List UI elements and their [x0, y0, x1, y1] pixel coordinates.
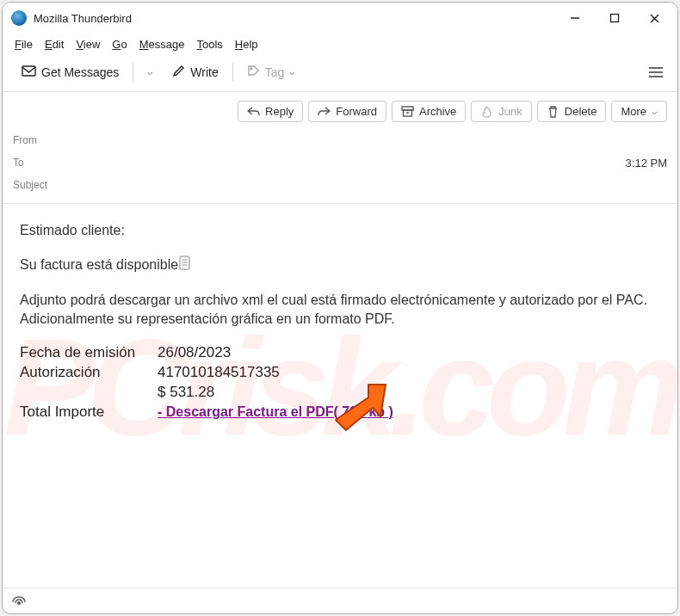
toolbar: Get Messages ⌵ Write Tag ⌵ [3, 54, 677, 92]
svg-rect-4 [22, 66, 35, 76]
svg-rect-1 [611, 15, 619, 22]
minimize-button[interactable] [555, 4, 595, 32]
tag-icon [247, 65, 260, 80]
reply-icon [247, 105, 260, 118]
separator [232, 63, 233, 82]
fecha-value: 26/08/2023 [158, 343, 231, 363]
app-window: Mozilla Thunderbird File Edit View Go Me… [2, 2, 678, 614]
junk-button[interactable]: Junk [471, 101, 531, 122]
svg-point-17 [18, 602, 21, 605]
header-subject-row: Subject [13, 174, 667, 196]
total-label: Total Importe [20, 403, 158, 422]
close-button[interactable] [634, 4, 674, 32]
menu-help[interactable]: Help [230, 36, 263, 52]
thunderbird-icon [11, 10, 27, 26]
auth-label: Autorización [20, 363, 158, 383]
pencil-icon [172, 65, 185, 80]
body-paragraph: Adjunto podrá descargar un archivo xml e… [20, 291, 660, 328]
chevron-down-icon: ⌵ [652, 106, 658, 117]
maximize-button[interactable] [595, 4, 634, 32]
forward-icon [318, 105, 331, 118]
menubar: File Edit View Go Message Tools Help [3, 34, 677, 54]
message-time: 3:12 PM [626, 157, 667, 169]
delete-button[interactable]: Delete [537, 101, 607, 122]
chevron-down-icon: ⌵ [289, 66, 295, 77]
row-fecha: Fecha de emisión 26/08/2023 [20, 343, 660, 363]
row-amount: $ 531.28 [20, 383, 660, 403]
message-headers: From To 3:12 PM Subject [3, 129, 677, 204]
archive-icon [401, 105, 414, 118]
separator [133, 63, 133, 82]
archive-button[interactable]: Archive [392, 101, 466, 122]
header-to-row: To 3:12 PM [13, 151, 667, 174]
reply-label: Reply [265, 105, 294, 118]
menu-message[interactable]: Message [134, 36, 190, 52]
chevron-down-icon: ⌵ [147, 66, 153, 77]
menu-tools[interactable]: Tools [191, 36, 227, 52]
message-actions: Reply Forward Archive Junk Delete More ⌵ [3, 92, 677, 129]
from-label: From [13, 134, 73, 146]
statusbar [3, 588, 677, 613]
inbox-icon [22, 65, 36, 80]
titlebar: Mozilla Thunderbird [3, 3, 677, 34]
forward-button[interactable]: Forward [308, 101, 386, 122]
tag-label: Tag [265, 65, 285, 79]
to-label: To [13, 157, 73, 169]
junk-label: Junk [498, 105, 522, 118]
menu-go[interactable]: Go [107, 36, 132, 52]
fecha-label: Fecha de emisión [20, 343, 158, 363]
row-total: Total Importe - Descargar Factura el PDF… [20, 403, 660, 422]
document-icon [178, 256, 192, 276]
connection-icon [11, 594, 27, 608]
window-title: Mozilla Thunderbird [34, 12, 132, 25]
app-menu-button[interactable] [643, 66, 669, 78]
get-messages-dropdown[interactable]: ⌵ [140, 63, 160, 81]
amount-value: $ 531.28 [158, 383, 214, 403]
message-body: PCrisk.com Estimado cliente: Su factura … [3, 204, 677, 588]
invoice-table: Fecha de emisión 26/08/2023 Autorización… [20, 343, 660, 422]
availability-line: Su factura está disponible [20, 256, 660, 276]
delete-label: Delete [565, 105, 597, 118]
greeting-text: Estimado cliente: [20, 221, 660, 240]
trash-icon [547, 105, 559, 118]
flame-icon [480, 105, 493, 118]
menu-view[interactable]: View [71, 36, 105, 52]
archive-label: Archive [419, 105, 456, 118]
tag-button[interactable]: Tag ⌵ [240, 61, 303, 83]
availability-text: Su factura está disponible [20, 257, 178, 272]
write-label: Write [190, 65, 218, 79]
forward-label: Forward [336, 105, 377, 118]
reply-button[interactable]: Reply [238, 101, 303, 122]
download-pdf-link[interactable]: - Descargar Factura el PDF( 732 kb ) [158, 404, 393, 419]
row-autorizacion: Autorización 417010184517335 [20, 363, 660, 383]
get-messages-label: Get Messages [41, 65, 119, 79]
menu-edit[interactable]: Edit [40, 36, 69, 52]
more-label: More [621, 105, 646, 118]
write-button[interactable]: Write [165, 61, 225, 83]
get-messages-button[interactable]: Get Messages [15, 61, 126, 83]
auth-value: 417010184517335 [158, 363, 280, 383]
menu-file[interactable]: File [9, 36, 38, 52]
more-button[interactable]: More ⌵ [611, 101, 667, 122]
subject-label: Subject [13, 179, 73, 191]
header-from-row: From [13, 129, 667, 151]
svg-point-5 [250, 68, 252, 70]
